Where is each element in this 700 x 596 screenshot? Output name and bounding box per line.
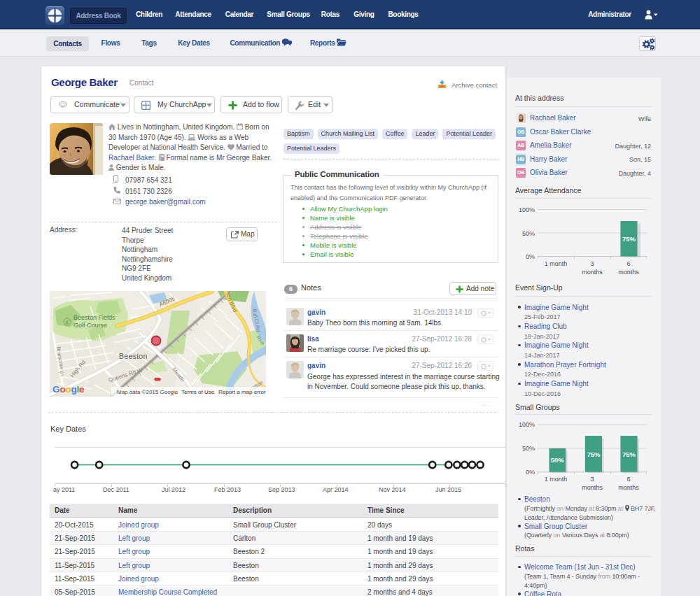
svg-text:months: months: [618, 484, 639, 491]
svg-text:6: 6: [626, 476, 630, 483]
svg-text:50%: 50%: [551, 456, 565, 464]
svg-text:0%: 0%: [526, 469, 535, 476]
svg-text:G: G: [52, 384, 60, 395]
svg-text:100%: 100%: [519, 206, 535, 213]
svg-text:o: o: [60, 384, 66, 395]
svg-text:75%: 75%: [587, 450, 601, 458]
svg-text:months: months: [618, 269, 639, 276]
svg-text:g: g: [71, 384, 77, 395]
svg-text:Report a map error: Report a map error: [218, 389, 266, 395]
svg-text:6: 6: [626, 260, 630, 267]
svg-text:75%: 75%: [622, 450, 636, 458]
svg-text:3: 3: [590, 260, 594, 267]
svg-text:100%: 100%: [519, 421, 535, 428]
svg-text:1 month: 1 month: [545, 476, 568, 483]
svg-text:Terms of Use: Terms of Use: [181, 389, 215, 395]
svg-text:50%: 50%: [522, 230, 535, 237]
svg-text:Golf Course: Golf Course: [74, 322, 107, 329]
svg-text:Beeston Fields: Beeston Fields: [74, 314, 115, 321]
svg-text:Beeston: Beeston: [119, 352, 148, 360]
svg-text:months: months: [582, 484, 603, 491]
svg-text:o: o: [66, 384, 71, 395]
svg-text:1 month: 1 month: [545, 260, 568, 267]
svg-text:75%: 75%: [622, 235, 636, 243]
svg-text:0%: 0%: [526, 253, 535, 260]
svg-text:months: months: [582, 269, 603, 276]
svg-text:50%: 50%: [522, 445, 535, 452]
svg-text:3: 3: [590, 476, 594, 483]
svg-text:Map data ©2015 Google: Map data ©2015 Google: [117, 389, 178, 395]
svg-text:e: e: [79, 384, 85, 395]
